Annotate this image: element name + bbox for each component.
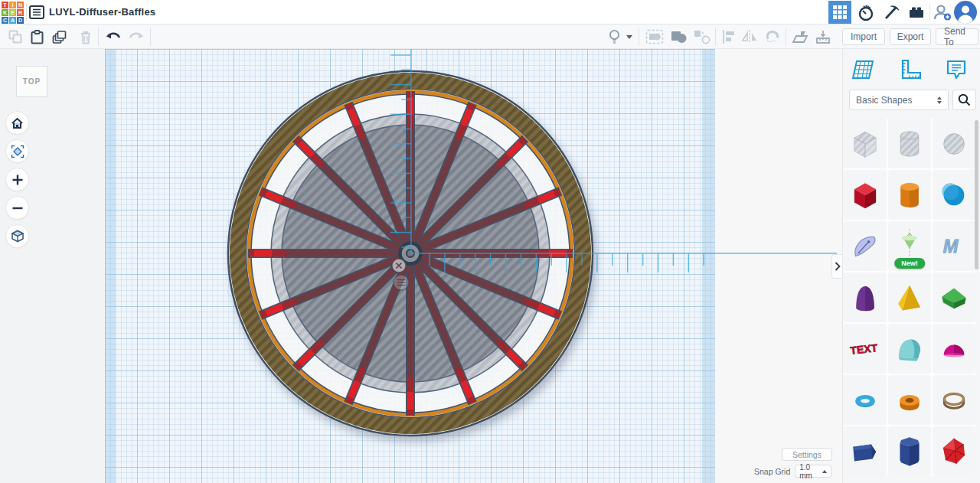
- tinkercad-logo[interactable]: T I N K E R C A D: [2, 2, 24, 24]
- shape-round-roof[interactable]: [888, 324, 931, 374]
- copy-button[interactable]: [6, 28, 24, 45]
- zoom-in-button[interactable]: [5, 168, 29, 191]
- collaborate-button[interactable]: [933, 2, 952, 22]
- paste-button[interactable]: [28, 28, 46, 45]
- shape-text-curve[interactable]: M: [933, 221, 975, 271]
- logo-letter: N: [17, 2, 24, 8]
- show-all-dropdown[interactable]: [623, 28, 635, 45]
- import-button[interactable]: Import: [842, 28, 885, 45]
- merge-button[interactable]: [668, 28, 690, 45]
- home-icon: [11, 117, 24, 129]
- shape-hex-prism[interactable]: [888, 426, 931, 476]
- shapes-panel: Basic Shapes New! M: [842, 49, 980, 483]
- divider: [150, 28, 151, 46]
- design-properties-icon[interactable]: [29, 5, 44, 22]
- logo-letter: E: [9, 9, 16, 16]
- divider: [929, 4, 930, 21]
- stopwatch-icon: [857, 3, 875, 21]
- shape-box[interactable]: [844, 170, 887, 220]
- view-cube-face-label: TOP: [23, 77, 41, 86]
- settings-button[interactable]: Settings: [782, 448, 832, 461]
- send-to-button[interactable]: Send To: [936, 28, 978, 45]
- design-title[interactable]: LUYL-Diffuser-Baffles: [49, 6, 155, 18]
- notes-icon: [946, 59, 967, 80]
- shape-paraboloid[interactable]: [844, 273, 887, 322]
- svg-text:TEXT: TEXT: [850, 341, 879, 357]
- paste-icon: [31, 30, 44, 44]
- fit-view-button[interactable]: [5, 139, 29, 163]
- brick-icon: [907, 3, 926, 21]
- logo-letter: R: [17, 9, 24, 16]
- merged-shapes-icon: [670, 29, 688, 44]
- panel-scrollbar[interactable]: [975, 120, 978, 269]
- svg-text:M: M: [943, 236, 959, 256]
- show-all-button[interactable]: [605, 28, 623, 45]
- snap-grid-dropdown[interactable]: 1.0 mm: [795, 465, 831, 478]
- snap-grid-label: Snap Grid: [754, 467, 790, 476]
- divider: [786, 28, 786, 46]
- caret-up-icon: [822, 470, 827, 473]
- workplane-helper-button[interactable]: [851, 57, 875, 82]
- logo-letter: K: [2, 9, 8, 16]
- redo-icon: [128, 31, 145, 43]
- zoom-out-button[interactable]: [5, 196, 29, 220]
- shape-polygon[interactable]: [844, 426, 887, 476]
- panel-collapse-handle[interactable]: [831, 254, 842, 279]
- workplane-tool-button[interactable]: [789, 28, 811, 45]
- shape-cylinder[interactable]: [888, 170, 931, 220]
- ungroup-icon: [693, 29, 711, 44]
- ruler-helper-button[interactable]: [898, 57, 923, 82]
- shape-torus[interactable]: [844, 375, 887, 425]
- shape-sphere[interactable]: [933, 170, 975, 220]
- export-button[interactable]: Export: [890, 28, 931, 45]
- shape-ring[interactable]: [933, 375, 975, 425]
- ruler-tool-button[interactable]: [812, 28, 834, 45]
- perspective-toggle-button[interactable]: [5, 224, 29, 248]
- shape-pyramid[interactable]: [888, 273, 931, 322]
- home-view-button[interactable]: [5, 111, 29, 135]
- shape-roof[interactable]: [933, 273, 975, 322]
- divider: [639, 28, 639, 46]
- group-button[interactable]: [644, 28, 665, 45]
- duplicate-button[interactable]: [51, 28, 69, 45]
- search-shapes-button[interactable]: [952, 90, 976, 110]
- mirror-button[interactable]: [740, 28, 760, 45]
- notes-button[interactable]: [944, 57, 969, 82]
- group-icon: [645, 29, 664, 44]
- account-menu[interactable]: [954, 1, 977, 24]
- workplane-icon: [791, 29, 809, 44]
- circuits-tab[interactable]: [856, 2, 876, 22]
- mirror-icon: [741, 29, 758, 44]
- shape-half-sphere[interactable]: [933, 324, 975, 374]
- chevron-right-icon: [835, 262, 841, 271]
- minecraft-tab[interactable]: [882, 2, 902, 22]
- chevron-down-icon: [626, 35, 632, 39]
- top-bar: T I N K E R C A D LUYL-Diffuser-Baffles: [0, 0, 980, 24]
- shape-tube[interactable]: [888, 375, 931, 425]
- divider: [26, 3, 27, 21]
- divider: [98, 28, 99, 46]
- shape-sphere-hole[interactable]: [933, 119, 975, 168]
- magnet-button[interactable]: [762, 28, 783, 45]
- wheel-model[interactable]: [105, 49, 842, 483]
- redo-button[interactable]: [127, 28, 145, 45]
- delete-button[interactable]: [77, 28, 95, 45]
- shape-category-dropdown[interactable]: Basic Shapes: [849, 90, 949, 110]
- shape-icosahedron[interactable]: [933, 426, 975, 476]
- view-cube[interactable]: TOP: [16, 66, 47, 97]
- align-button[interactable]: [719, 28, 739, 45]
- brick-tab[interactable]: [906, 2, 926, 22]
- snap-grid-control: Snap Grid 1.0 mm: [754, 465, 831, 478]
- shape-top-new[interactable]: New!: [888, 221, 931, 271]
- shape-box-hole[interactable]: [844, 119, 887, 168]
- view-controls: TOP: [0, 49, 105, 483]
- shape-cylinder-hole[interactable]: [888, 119, 931, 168]
- ungroup-button[interactable]: [691, 28, 713, 45]
- undo-button[interactable]: [104, 28, 122, 45]
- duplicate-icon: [52, 30, 67, 44]
- trash-icon: [80, 30, 92, 44]
- shape-text[interactable]: TEXT: [844, 324, 887, 374]
- shape-scribble[interactable]: [844, 221, 887, 271]
- 3d-design-tab[interactable]: [828, 1, 851, 24]
- 3d-viewport[interactable]: Settings Snap Grid 1.0 mm: [105, 49, 842, 483]
